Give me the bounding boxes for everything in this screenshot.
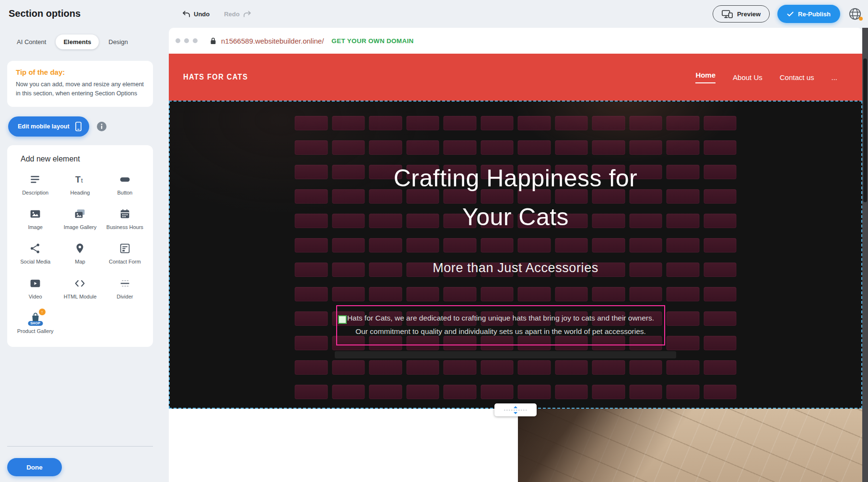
redo-button[interactable]: Redo — [224, 11, 251, 18]
tip-of-the-day-card: Tip of the day: Now you can add, move an… — [7, 61, 153, 107]
hero-tile — [704, 311, 737, 326]
republish-button[interactable]: Re-Publish — [777, 5, 840, 23]
hero-tile — [481, 116, 514, 130]
hero-tile — [555, 116, 588, 130]
hero-subheading[interactable]: More than Just Accessories — [170, 261, 861, 275]
site-logo[interactable]: HATS FOR CATS — [183, 72, 248, 81]
preview-label: Preview — [737, 11, 761, 18]
hero-tile — [704, 140, 737, 155]
element-social-media[interactable]: Social Media — [14, 242, 57, 265]
get-domain-link[interactable]: GET YOUR OWN DOMAIN — [331, 37, 413, 45]
hero-tile — [592, 238, 625, 252]
republish-label: Re-Publish — [798, 11, 831, 18]
hero-tile — [332, 385, 365, 399]
divider-icon — [119, 277, 131, 290]
site-url[interactable]: n1566589.websitebuilder.online/ — [221, 37, 324, 45]
element-map[interactable]: Map — [59, 242, 101, 265]
site-nav: Home About Us Contact us ... — [695, 71, 862, 83]
hero-section-selected[interactable]: Crafting Happiness for Your Cats More th… — [169, 101, 862, 409]
map-pin-icon — [74, 242, 86, 255]
element-divider[interactable]: Divider — [104, 277, 146, 300]
element-video[interactable]: Video — [14, 277, 57, 300]
hero-tile — [481, 360, 514, 375]
scrollbar-thumb[interactable] — [863, 58, 867, 202]
element-image-gallery[interactable]: Image Gallery — [59, 207, 101, 230]
preview-scrollbar — [862, 28, 868, 482]
tab-ai-content[interactable]: AI Content — [9, 34, 54, 49]
undo-icon — [182, 11, 190, 18]
hero-tile — [629, 360, 662, 375]
hero-heading[interactable]: Crafting Happiness for Your Cats — [170, 159, 861, 237]
lock-icon — [210, 37, 216, 45]
hero-tile — [667, 116, 700, 130]
tab-design[interactable]: Design — [101, 34, 135, 49]
window-dot — [193, 38, 198, 43]
sidebar-divider — [7, 446, 153, 447]
hero-tile — [444, 238, 477, 252]
topbar-actions: Preview Re-Publish — [713, 0, 862, 28]
hero-tile — [481, 385, 514, 399]
redo-label: Redo — [224, 11, 240, 18]
image-icon — [29, 207, 41, 220]
hero-tile — [444, 360, 477, 375]
element-grid: Description Tt Heading Button Image Imag… — [14, 173, 146, 334]
undo-button[interactable]: Undo — [182, 11, 210, 18]
app: Section options Undo Redo Preview Re-Pub… — [0, 0, 868, 482]
hero-tile — [295, 238, 328, 252]
hero-tile — [369, 140, 402, 155]
nav-about[interactable]: About Us — [733, 73, 762, 81]
hero-tile — [406, 360, 439, 375]
hero-tile — [592, 360, 625, 375]
element-heading[interactable]: Tt Heading — [59, 173, 101, 196]
element-business-hours[interactable]: Business Hours — [104, 207, 146, 230]
selected-text-element[interactable]: Hats for Cats, we are dedicated to craft… — [336, 305, 665, 345]
hero-tile — [555, 385, 588, 399]
shop-bag-icon: ↑ SHOP — [29, 311, 42, 324]
section-height-handle[interactable] — [494, 403, 537, 416]
nav-more-ellipsis[interactable]: ... — [831, 73, 837, 81]
hero-tile — [629, 140, 662, 155]
hero-tile — [629, 116, 662, 130]
element-contact-form[interactable]: Contact Form — [104, 242, 146, 265]
hero-tile — [518, 287, 551, 301]
hero-tile — [369, 287, 402, 301]
hero-tile — [481, 140, 514, 155]
tab-elements[interactable]: Elements — [56, 34, 99, 49]
preview-button[interactable]: Preview — [713, 5, 770, 23]
hero-tile — [592, 140, 625, 155]
hero-tile — [481, 287, 514, 301]
hero-tile — [332, 238, 365, 252]
next-section — [169, 409, 862, 482]
hero-tile — [332, 140, 365, 155]
contact-form-icon — [119, 242, 131, 255]
element-image[interactable]: Image — [14, 207, 57, 230]
element-description[interactable]: Description — [14, 173, 57, 196]
image-gallery-icon — [74, 207, 86, 220]
nav-contact[interactable]: Contact us — [780, 73, 814, 81]
hero-tile — [369, 116, 402, 130]
element-resize-handle[interactable] — [338, 315, 347, 324]
hero-tile — [592, 116, 625, 130]
hero-tile — [406, 287, 439, 301]
hero-tile — [369, 360, 402, 375]
hero-tile — [555, 360, 588, 375]
edit-mobile-layout-button[interactable]: Edit mobile layout — [8, 116, 89, 137]
info-icon[interactable] — [97, 122, 106, 131]
hero-tile — [444, 116, 477, 130]
shop-pill-label: SHOP — [28, 321, 43, 326]
window-dot — [184, 38, 189, 43]
element-html-module[interactable]: HTML Module — [59, 277, 101, 300]
language-globe-icon[interactable] — [848, 7, 862, 21]
description-icon — [29, 173, 41, 186]
svg-text:T: T — [75, 174, 81, 184]
element-product-gallery[interactable]: ↑ SHOP Product Gallery — [14, 311, 57, 334]
hero-tile — [518, 385, 551, 399]
nav-home[interactable]: Home — [695, 71, 716, 83]
hero-tile — [667, 311, 700, 326]
element-button[interactable]: Button — [104, 173, 146, 196]
hero-tile — [406, 140, 439, 155]
check-icon — [787, 11, 794, 17]
hero-tile — [444, 385, 477, 399]
done-button[interactable]: Done — [7, 458, 62, 476]
hero-tile — [555, 238, 588, 252]
